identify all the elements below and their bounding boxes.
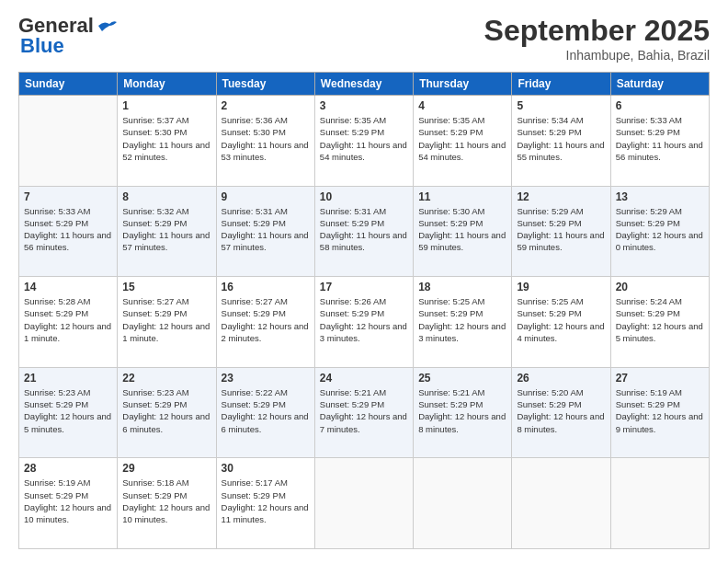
- sunrise-text: Sunrise: 5:31 AM: [222, 206, 288, 216]
- day-info: Sunrise: 5:34 AM Sunset: 5:29 PM Dayligh…: [517, 114, 605, 163]
- day-info: Sunrise: 5:17 AM Sunset: 5:29 PM Dayligh…: [222, 477, 310, 525]
- daylight-text: Daylight: 12 hours and 8 minutes.: [517, 411, 604, 433]
- logo-blue-text: Blue: [20, 34, 64, 58]
- table-row: 8 Sunrise: 5:32 AM Sunset: 5:29 PM Dayli…: [118, 186, 216, 277]
- calendar-week-row: 21 Sunrise: 5:23 AM Sunset: 5:29 PM Dayl…: [19, 367, 710, 458]
- table-row: 18 Sunrise: 5:25 AM Sunset: 5:29 PM Dayl…: [414, 277, 512, 368]
- col-sunday: Sunday: [19, 73, 118, 96]
- sunset-text: Sunset: 5:29 PM: [418, 218, 483, 228]
- sunrise-text: Sunrise: 5:19 AM: [24, 477, 90, 488]
- day-info: Sunrise: 5:31 AM Sunset: 5:29 PM Dayligh…: [320, 205, 408, 254]
- sunrise-text: Sunrise: 5:21 AM: [320, 387, 386, 397]
- col-monday: Monday: [118, 73, 216, 96]
- title-block: September 2025 Inhambupe, Bahia, Brazil: [484, 14, 710, 63]
- sunset-text: Sunset: 5:29 PM: [122, 399, 187, 409]
- table-row: 22 Sunrise: 5:23 AM Sunset: 5:29 PM Dayl…: [118, 367, 216, 458]
- day-number: 2: [222, 99, 310, 112]
- day-info: Sunrise: 5:35 AM Sunset: 5:29 PM Dayligh…: [320, 114, 408, 163]
- day-number: 3: [320, 99, 408, 112]
- day-number: 20: [616, 281, 704, 293]
- calendar-week-row: 7 Sunrise: 5:33 AM Sunset: 5:29 PM Dayli…: [19, 186, 710, 277]
- calendar-header-row: Sunday Monday Tuesday Wednesday Thursday…: [19, 73, 710, 96]
- sunset-text: Sunset: 5:29 PM: [24, 308, 88, 318]
- day-info: Sunrise: 5:28 AM Sunset: 5:29 PM Dayligh…: [24, 295, 112, 344]
- sunset-text: Sunset: 5:29 PM: [122, 218, 187, 228]
- daylight-text: Daylight: 12 hours and 3 minutes.: [418, 321, 506, 343]
- sunset-text: Sunset: 5:29 PM: [320, 399, 384, 409]
- day-info: Sunrise: 5:18 AM Sunset: 5:29 PM Dayligh…: [122, 477, 210, 525]
- daylight-text: Daylight: 12 hours and 7 minutes.: [320, 411, 407, 433]
- day-number: 25: [418, 372, 506, 385]
- sunset-text: Sunset: 5:29 PM: [320, 218, 384, 228]
- location: Inhambupe, Bahia, Brazil: [484, 48, 710, 63]
- table-row: 20 Sunrise: 5:24 AM Sunset: 5:29 PM Dayl…: [610, 277, 709, 368]
- sunset-text: Sunset: 5:29 PM: [222, 308, 286, 318]
- day-info: Sunrise: 5:23 AM Sunset: 5:29 PM Dayligh…: [122, 386, 210, 435]
- daylight-text: Daylight: 12 hours and 4 minutes.: [517, 321, 604, 343]
- sunset-text: Sunset: 5:30 PM: [222, 127, 286, 137]
- sunrise-text: Sunrise: 5:17 AM: [222, 477, 288, 488]
- sunset-text: Sunset: 5:29 PM: [517, 127, 581, 137]
- logo: General Blue: [18, 14, 117, 58]
- table-row: 2 Sunrise: 5:36 AM Sunset: 5:30 PM Dayli…: [216, 96, 314, 187]
- daylight-text: Daylight: 12 hours and 6 minutes.: [122, 411, 210, 433]
- day-info: Sunrise: 5:22 AM Sunset: 5:29 PM Dayligh…: [222, 386, 310, 435]
- day-info: Sunrise: 5:29 AM Sunset: 5:29 PM Dayligh…: [616, 205, 704, 254]
- table-row: [314, 458, 413, 549]
- day-number: 17: [320, 281, 408, 293]
- daylight-text: Daylight: 11 hours and 53 minutes.: [222, 140, 309, 162]
- table-row: [414, 458, 512, 549]
- day-number: 1: [122, 99, 210, 112]
- page: General Blue September 2025 Inhambupe, B…: [0, 0, 728, 563]
- day-info: Sunrise: 5:25 AM Sunset: 5:29 PM Dayligh…: [418, 295, 506, 344]
- sunrise-text: Sunrise: 5:29 AM: [517, 206, 583, 216]
- day-number: 29: [122, 462, 210, 475]
- day-info: Sunrise: 5:33 AM Sunset: 5:29 PM Dayligh…: [616, 114, 704, 163]
- day-number: 10: [320, 190, 408, 203]
- table-row: 14 Sunrise: 5:28 AM Sunset: 5:29 PM Dayl…: [19, 277, 118, 368]
- daylight-text: Daylight: 11 hours and 59 minutes.: [418, 230, 506, 252]
- sunset-text: Sunset: 5:29 PM: [222, 490, 286, 500]
- calendar-week-row: 1 Sunrise: 5:37 AM Sunset: 5:30 PM Dayli…: [19, 96, 710, 187]
- day-number: 27: [616, 372, 704, 385]
- day-info: Sunrise: 5:33 AM Sunset: 5:29 PM Dayligh…: [24, 205, 112, 254]
- table-row: [19, 96, 118, 187]
- header: General Blue September 2025 Inhambupe, B…: [18, 14, 710, 63]
- day-info: Sunrise: 5:29 AM Sunset: 5:29 PM Dayligh…: [517, 205, 605, 254]
- sunrise-text: Sunrise: 5:35 AM: [418, 115, 484, 125]
- sunrise-text: Sunrise: 5:29 AM: [616, 206, 682, 216]
- sunset-text: Sunset: 5:29 PM: [517, 218, 581, 228]
- sunrise-text: Sunrise: 5:31 AM: [320, 206, 386, 216]
- table-row: 17 Sunrise: 5:26 AM Sunset: 5:29 PM Dayl…: [314, 277, 413, 368]
- sunset-text: Sunset: 5:29 PM: [24, 218, 88, 228]
- day-number: 5: [517, 99, 605, 112]
- sunset-text: Sunset: 5:29 PM: [616, 308, 680, 318]
- col-wednesday: Wednesday: [314, 73, 413, 96]
- table-row: 16 Sunrise: 5:27 AM Sunset: 5:29 PM Dayl…: [216, 277, 314, 368]
- daylight-text: Daylight: 11 hours and 56 minutes.: [616, 140, 703, 162]
- table-row: 30 Sunrise: 5:17 AM Sunset: 5:29 PM Dayl…: [216, 458, 314, 549]
- daylight-text: Daylight: 12 hours and 6 minutes.: [222, 411, 309, 433]
- sunrise-text: Sunrise: 5:27 AM: [222, 296, 288, 306]
- daylight-text: Daylight: 11 hours and 55 minutes.: [517, 140, 604, 162]
- day-number: 21: [24, 372, 112, 385]
- table-row: 15 Sunrise: 5:27 AM Sunset: 5:29 PM Dayl…: [118, 277, 216, 368]
- sunrise-text: Sunrise: 5:36 AM: [222, 115, 288, 125]
- daylight-text: Daylight: 11 hours and 57 minutes.: [122, 230, 210, 252]
- sunset-text: Sunset: 5:29 PM: [418, 127, 483, 137]
- daylight-text: Daylight: 12 hours and 5 minutes.: [24, 411, 111, 433]
- daylight-text: Daylight: 11 hours and 59 minutes.: [517, 230, 604, 252]
- sunset-text: Sunset: 5:29 PM: [517, 308, 581, 318]
- table-row: 19 Sunrise: 5:25 AM Sunset: 5:29 PM Dayl…: [512, 277, 610, 368]
- day-info: Sunrise: 5:21 AM Sunset: 5:29 PM Dayligh…: [418, 386, 506, 435]
- sunset-text: Sunset: 5:29 PM: [222, 218, 286, 228]
- calendar-week-row: 14 Sunrise: 5:28 AM Sunset: 5:29 PM Dayl…: [19, 277, 710, 368]
- table-row: [610, 458, 709, 549]
- day-number: 11: [418, 190, 506, 203]
- sunrise-text: Sunrise: 5:25 AM: [517, 296, 583, 306]
- sunrise-text: Sunrise: 5:21 AM: [418, 387, 484, 397]
- sunrise-text: Sunrise: 5:26 AM: [320, 296, 386, 306]
- table-row: 1 Sunrise: 5:37 AM Sunset: 5:30 PM Dayli…: [118, 96, 216, 187]
- sunrise-text: Sunrise: 5:25 AM: [418, 296, 484, 306]
- day-number: 23: [222, 372, 310, 385]
